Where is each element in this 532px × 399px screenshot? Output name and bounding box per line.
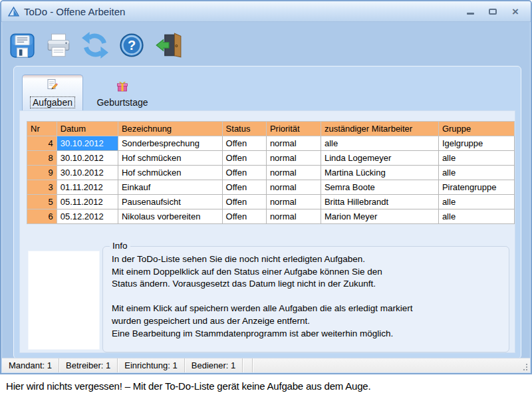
table-row: 605.12.2012Nikolaus vorbereitenOffennorm…	[27, 209, 515, 224]
einrichtung-value: Einrichtung: 1	[124, 360, 178, 370]
statusbar-panel-einrichtung: Einrichtung: 1	[118, 358, 185, 372]
column-header[interactable]: Nr	[27, 122, 57, 136]
column-header[interactable]: zuständiger Mitarbeiter	[321, 122, 438, 136]
close-icon: ×	[512, 6, 519, 17]
table-cell[interactable]: Offen	[222, 180, 266, 195]
table-cell[interactable]: normal	[266, 195, 321, 209]
statusbar-panel-bediener: Bediener: 1	[185, 358, 243, 372]
table-cell[interactable]: normal	[266, 151, 321, 166]
table-cell[interactable]: Offen	[222, 151, 266, 166]
table-cell[interactable]: 05.11.2012	[57, 195, 118, 209]
toolbar: ?	[1, 22, 531, 64]
table-cell[interactable]: alle	[438, 209, 514, 224]
gift-icon	[116, 80, 128, 92]
svg-text:?: ?	[128, 38, 136, 53]
refresh-button[interactable]	[80, 30, 110, 61]
table-cell[interactable]: normal	[266, 209, 321, 224]
table-cell[interactable]: Piratengruppe	[438, 180, 514, 195]
info-line: Eine Bearbeitung im Stammdatenprogramm i…	[112, 328, 502, 340]
info-line: Mit einem Doppelklick auf den Status ein…	[112, 266, 502, 279]
save-button[interactable]	[7, 30, 37, 61]
minimize-icon	[467, 13, 474, 15]
table-cell[interactable]: Hof schmücken	[118, 166, 222, 180]
tab-geburtstage[interactable]: Geburtstage	[83, 77, 162, 110]
table-cell[interactable]: Offen	[222, 195, 266, 209]
refresh-icon	[81, 31, 109, 59]
main-panel: Aufgaben Geburtstage	[13, 66, 521, 359]
close-button[interactable]: ×	[507, 5, 524, 18]
bediener-value: Bediener: 1	[192, 360, 236, 370]
table-cell[interactable]: alle	[438, 151, 514, 166]
table-cell[interactable]: Offen	[222, 166, 266, 180]
info-line	[112, 291, 502, 303]
row-header-cell[interactable]: 4	[27, 136, 57, 151]
table-cell[interactable]: normal	[266, 166, 321, 180]
maximize-button[interactable]	[484, 5, 501, 18]
table-body: 430.10.2012SonderbesprechungOffennormala…	[27, 136, 515, 224]
table-cell[interactable]: 30.10.2012	[57, 151, 118, 166]
title-bar[interactable]: ToDo - Offene Arbeiten ×	[1, 1, 531, 22]
table-cell[interactable]: normal	[266, 136, 321, 151]
mandant-value: Mandant: 1	[9, 360, 52, 370]
preview-box	[28, 251, 100, 350]
save-icon	[8, 31, 36, 59]
table-cell[interactable]: Offen	[222, 209, 266, 224]
table-cell[interactable]: 30.10.2012	[57, 166, 118, 180]
column-header[interactable]: Datum	[57, 122, 118, 136]
info-line: Status ändern. Vorausgesetzt das Datum l…	[112, 278, 502, 291]
table-cell[interactable]: Martina Lücking	[321, 166, 438, 180]
task-table-container: NrDatumBezeichnungStatusPrioritätzuständ…	[27, 121, 515, 224]
edit-pencil-icon	[47, 78, 59, 90]
column-header[interactable]: Priorität	[266, 122, 321, 136]
tab-page-aufgaben: NrDatumBezeichnungStatusPrioritätzuständ…	[19, 110, 515, 353]
column-header[interactable]: Status	[222, 122, 266, 136]
tab-label-geburtstage: Geburtstage	[94, 97, 150, 108]
table-row: 301.11.2012EinkaufOffennormalSemra Boote…	[27, 180, 515, 195]
table-row: 430.10.2012SonderbesprechungOffennormala…	[27, 136, 515, 151]
table-row: 930.10.2012Hof schmückenOffennormalMarti…	[27, 166, 515, 180]
row-header-cell[interactable]: 9	[27, 166, 57, 180]
table-cell[interactable]: alle	[438, 195, 514, 209]
table-cell[interactable]: Semra Boote	[321, 180, 438, 195]
info-line: Mit einem Klick auf speichern werden all…	[112, 303, 502, 315]
table-cell[interactable]: Offen	[222, 136, 266, 151]
statusbar-panel-mandant: Mandant: 1	[2, 358, 59, 372]
info-group-label: Info	[110, 241, 130, 251]
resize-grip-icon[interactable]	[521, 364, 528, 371]
table-row: 505.11.2012PausenaufsichtOffennormalBrit…	[27, 195, 515, 209]
table-cell[interactable]: Hof schmücken	[118, 151, 222, 166]
table-cell[interactable]: Einkauf	[118, 180, 222, 195]
row-header-cell[interactable]: 6	[27, 209, 57, 224]
table-cell[interactable]: alle	[438, 166, 514, 180]
table-header-row: NrDatumBezeichnungStatusPrioritätzuständ…	[27, 122, 515, 136]
table-cell[interactable]: alle	[321, 136, 438, 151]
print-button[interactable]	[43, 30, 74, 61]
column-header[interactable]: Gruppe	[438, 122, 514, 136]
table-cell[interactable]: Pausenaufsicht	[118, 195, 222, 209]
table-cell[interactable]: Sonderbesprechung	[118, 136, 222, 151]
exit-button[interactable]	[153, 30, 184, 61]
table-cell[interactable]: 30.10.2012	[57, 136, 118, 151]
row-header-cell[interactable]: 3	[27, 180, 57, 195]
statusbar-fill	[253, 358, 530, 372]
info-line: In der ToDo-Liste sehen Sie die noch nic…	[112, 253, 502, 266]
table-cell[interactable]: Igelgruppe	[438, 136, 514, 151]
row-header-cell[interactable]: 5	[27, 195, 57, 209]
table-cell[interactable]: 05.12.2012	[57, 209, 118, 224]
statusbar-panel-empty	[243, 358, 253, 372]
column-header[interactable]: Bezeichnung	[118, 122, 222, 136]
table-cell[interactable]: Britta Hillebrandt	[321, 195, 438, 209]
table-cell[interactable]: Nikolaus vorbereiten	[118, 209, 222, 224]
exit-icon	[154, 31, 182, 59]
table-cell[interactable]: 01.11.2012	[57, 180, 118, 195]
statusbar-panel-betreiber: Betreiber: 1	[59, 358, 118, 372]
table-cell[interactable]: Linda Logemeyer	[321, 151, 438, 166]
table-cell[interactable]: Marion Meyer	[321, 209, 438, 224]
row-header-cell[interactable]: 8	[27, 151, 57, 166]
tab-strip: Aufgaben Geburtstage	[22, 74, 162, 110]
table-cell[interactable]: normal	[266, 180, 321, 195]
help-button[interactable]: ?	[116, 30, 147, 61]
minimize-button[interactable]	[462, 5, 479, 18]
tab-aufgaben[interactable]: Aufgaben	[22, 74, 83, 110]
info-line: wurden gespeichert und aus der Anzeige e…	[112, 315, 502, 328]
